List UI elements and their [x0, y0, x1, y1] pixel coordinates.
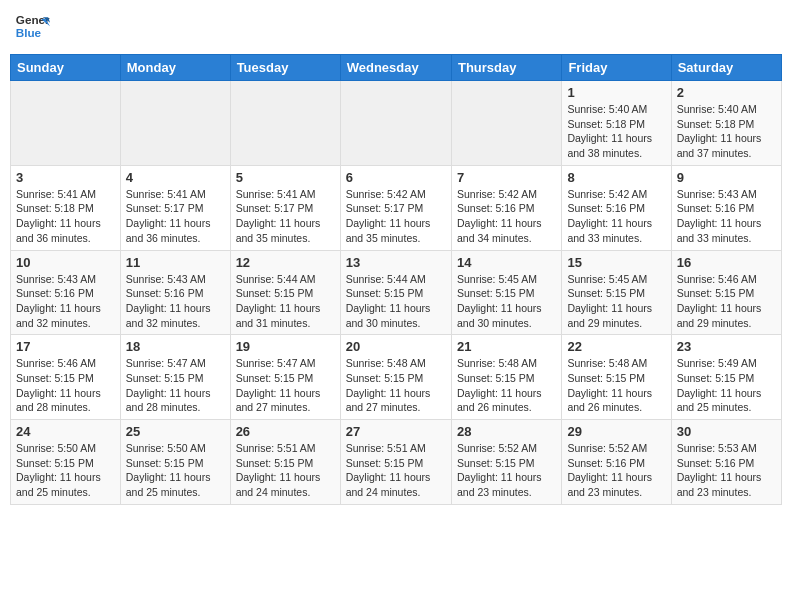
calendar-cell: 7Sunrise: 5:42 AMSunset: 5:16 PMDaylight…: [451, 165, 561, 250]
day-info: Sunrise: 5:45 AMSunset: 5:15 PMDaylight:…: [457, 272, 556, 331]
day-info: Sunrise: 5:46 AMSunset: 5:15 PMDaylight:…: [677, 272, 776, 331]
weekday-header-row: SundayMondayTuesdayWednesdayThursdayFrid…: [11, 55, 782, 81]
week-row-5: 24Sunrise: 5:50 AMSunset: 5:15 PMDayligh…: [11, 420, 782, 505]
day-number: 17: [16, 339, 115, 354]
day-number: 3: [16, 170, 115, 185]
day-number: 29: [567, 424, 665, 439]
day-number: 6: [346, 170, 446, 185]
weekday-friday: Friday: [562, 55, 671, 81]
calendar-cell: 24Sunrise: 5:50 AMSunset: 5:15 PMDayligh…: [11, 420, 121, 505]
calendar-cell: 18Sunrise: 5:47 AMSunset: 5:15 PMDayligh…: [120, 335, 230, 420]
day-info: Sunrise: 5:50 AMSunset: 5:15 PMDaylight:…: [126, 441, 225, 500]
weekday-thursday: Thursday: [451, 55, 561, 81]
day-number: 19: [236, 339, 335, 354]
day-info: Sunrise: 5:52 AMSunset: 5:16 PMDaylight:…: [567, 441, 665, 500]
day-number: 7: [457, 170, 556, 185]
day-number: 5: [236, 170, 335, 185]
day-number: 10: [16, 255, 115, 270]
day-info: Sunrise: 5:42 AMSunset: 5:16 PMDaylight:…: [567, 187, 665, 246]
calendar-cell: 29Sunrise: 5:52 AMSunset: 5:16 PMDayligh…: [562, 420, 671, 505]
calendar-cell: [120, 81, 230, 166]
calendar-cell: 16Sunrise: 5:46 AMSunset: 5:15 PMDayligh…: [671, 250, 781, 335]
calendar-cell: 21Sunrise: 5:48 AMSunset: 5:15 PMDayligh…: [451, 335, 561, 420]
calendar-cell: 4Sunrise: 5:41 AMSunset: 5:17 PMDaylight…: [120, 165, 230, 250]
day-info: Sunrise: 5:43 AMSunset: 5:16 PMDaylight:…: [126, 272, 225, 331]
day-info: Sunrise: 5:45 AMSunset: 5:15 PMDaylight:…: [567, 272, 665, 331]
day-info: Sunrise: 5:46 AMSunset: 5:15 PMDaylight:…: [16, 356, 115, 415]
weekday-saturday: Saturday: [671, 55, 781, 81]
calendar-cell: 27Sunrise: 5:51 AMSunset: 5:15 PMDayligh…: [340, 420, 451, 505]
day-number: 30: [677, 424, 776, 439]
calendar-cell: 13Sunrise: 5:44 AMSunset: 5:15 PMDayligh…: [340, 250, 451, 335]
day-number: 12: [236, 255, 335, 270]
day-info: Sunrise: 5:47 AMSunset: 5:15 PMDaylight:…: [126, 356, 225, 415]
calendar-cell: 8Sunrise: 5:42 AMSunset: 5:16 PMDaylight…: [562, 165, 671, 250]
calendar-cell: [11, 81, 121, 166]
day-number: 24: [16, 424, 115, 439]
day-number: 23: [677, 339, 776, 354]
day-number: 18: [126, 339, 225, 354]
calendar-cell: 11Sunrise: 5:43 AMSunset: 5:16 PMDayligh…: [120, 250, 230, 335]
day-info: Sunrise: 5:52 AMSunset: 5:15 PMDaylight:…: [457, 441, 556, 500]
calendar-cell: 17Sunrise: 5:46 AMSunset: 5:15 PMDayligh…: [11, 335, 121, 420]
day-info: Sunrise: 5:47 AMSunset: 5:15 PMDaylight:…: [236, 356, 335, 415]
weekday-monday: Monday: [120, 55, 230, 81]
day-number: 28: [457, 424, 556, 439]
day-number: 20: [346, 339, 446, 354]
calendar-cell: 1Sunrise: 5:40 AMSunset: 5:18 PMDaylight…: [562, 81, 671, 166]
page-header: General Blue: [10, 10, 782, 46]
calendar-cell: 30Sunrise: 5:53 AMSunset: 5:16 PMDayligh…: [671, 420, 781, 505]
day-info: Sunrise: 5:53 AMSunset: 5:16 PMDaylight:…: [677, 441, 776, 500]
week-row-1: 1Sunrise: 5:40 AMSunset: 5:18 PMDaylight…: [11, 81, 782, 166]
calendar-cell: 23Sunrise: 5:49 AMSunset: 5:15 PMDayligh…: [671, 335, 781, 420]
calendar-cell: 26Sunrise: 5:51 AMSunset: 5:15 PMDayligh…: [230, 420, 340, 505]
calendar-cell: 28Sunrise: 5:52 AMSunset: 5:15 PMDayligh…: [451, 420, 561, 505]
day-info: Sunrise: 5:44 AMSunset: 5:15 PMDaylight:…: [236, 272, 335, 331]
day-info: Sunrise: 5:51 AMSunset: 5:15 PMDaylight:…: [346, 441, 446, 500]
weekday-wednesday: Wednesday: [340, 55, 451, 81]
day-info: Sunrise: 5:41 AMSunset: 5:17 PMDaylight:…: [126, 187, 225, 246]
calendar-cell: 6Sunrise: 5:42 AMSunset: 5:17 PMDaylight…: [340, 165, 451, 250]
day-info: Sunrise: 5:50 AMSunset: 5:15 PMDaylight:…: [16, 441, 115, 500]
day-info: Sunrise: 5:43 AMSunset: 5:16 PMDaylight:…: [677, 187, 776, 246]
day-number: 21: [457, 339, 556, 354]
logo-icon: General Blue: [14, 10, 50, 46]
day-info: Sunrise: 5:48 AMSunset: 5:15 PMDaylight:…: [567, 356, 665, 415]
logo: General Blue: [14, 10, 50, 46]
svg-text:Blue: Blue: [16, 26, 42, 39]
day-number: 8: [567, 170, 665, 185]
calendar-cell: 19Sunrise: 5:47 AMSunset: 5:15 PMDayligh…: [230, 335, 340, 420]
day-info: Sunrise: 5:51 AMSunset: 5:15 PMDaylight:…: [236, 441, 335, 500]
week-row-4: 17Sunrise: 5:46 AMSunset: 5:15 PMDayligh…: [11, 335, 782, 420]
calendar-cell: 22Sunrise: 5:48 AMSunset: 5:15 PMDayligh…: [562, 335, 671, 420]
calendar-cell: 9Sunrise: 5:43 AMSunset: 5:16 PMDaylight…: [671, 165, 781, 250]
day-info: Sunrise: 5:41 AMSunset: 5:18 PMDaylight:…: [16, 187, 115, 246]
calendar-cell: [230, 81, 340, 166]
day-info: Sunrise: 5:43 AMSunset: 5:16 PMDaylight:…: [16, 272, 115, 331]
calendar-cell: 25Sunrise: 5:50 AMSunset: 5:15 PMDayligh…: [120, 420, 230, 505]
day-number: 2: [677, 85, 776, 100]
day-number: 26: [236, 424, 335, 439]
day-info: Sunrise: 5:40 AMSunset: 5:18 PMDaylight:…: [567, 102, 665, 161]
day-number: 13: [346, 255, 446, 270]
day-number: 1: [567, 85, 665, 100]
day-number: 15: [567, 255, 665, 270]
week-row-3: 10Sunrise: 5:43 AMSunset: 5:16 PMDayligh…: [11, 250, 782, 335]
day-number: 25: [126, 424, 225, 439]
day-number: 27: [346, 424, 446, 439]
calendar-cell: 20Sunrise: 5:48 AMSunset: 5:15 PMDayligh…: [340, 335, 451, 420]
day-info: Sunrise: 5:42 AMSunset: 5:17 PMDaylight:…: [346, 187, 446, 246]
day-info: Sunrise: 5:49 AMSunset: 5:15 PMDaylight:…: [677, 356, 776, 415]
calendar-cell: [451, 81, 561, 166]
day-number: 22: [567, 339, 665, 354]
week-row-2: 3Sunrise: 5:41 AMSunset: 5:18 PMDaylight…: [11, 165, 782, 250]
calendar-cell: 3Sunrise: 5:41 AMSunset: 5:18 PMDaylight…: [11, 165, 121, 250]
day-info: Sunrise: 5:40 AMSunset: 5:18 PMDaylight:…: [677, 102, 776, 161]
calendar-table: SundayMondayTuesdayWednesdayThursdayFrid…: [10, 54, 782, 505]
day-info: Sunrise: 5:48 AMSunset: 5:15 PMDaylight:…: [457, 356, 556, 415]
day-number: 4: [126, 170, 225, 185]
calendar-cell: 15Sunrise: 5:45 AMSunset: 5:15 PMDayligh…: [562, 250, 671, 335]
day-info: Sunrise: 5:42 AMSunset: 5:16 PMDaylight:…: [457, 187, 556, 246]
day-number: 14: [457, 255, 556, 270]
day-number: 11: [126, 255, 225, 270]
